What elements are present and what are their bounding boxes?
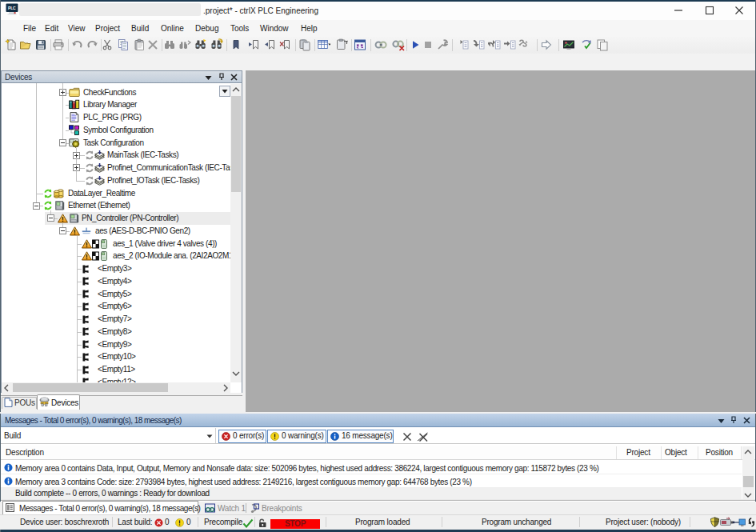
svg-text:PLC: PLC [8, 6, 16, 10]
